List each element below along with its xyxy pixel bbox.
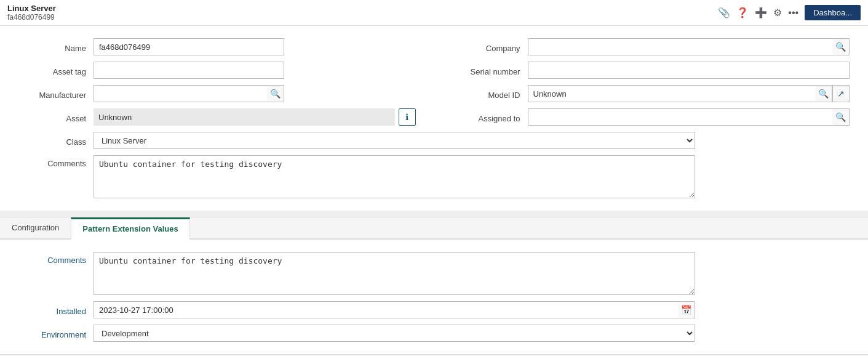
top-bar: Linux Server fa468d076499 📎 ❓ ➕ ⚙ ••• Da…: [0, 0, 868, 26]
class-select[interactable]: Linux Server Windows Server Network Devi…: [94, 132, 695, 149]
company-input[interactable]: [528, 38, 833, 55]
tab-section: Configuration Pattern Extension Values C…: [0, 217, 868, 354]
dashboard-button[interactable]: Dashboa...: [805, 5, 861, 20]
asset-group: Asset Unknown ℹ: [18, 108, 416, 126]
model-id-label: Model ID: [453, 88, 520, 100]
environment-select[interactable]: Development Production Staging Test: [94, 325, 695, 342]
tab-pattern-extension-values[interactable]: Pattern Extension Values: [71, 217, 189, 240]
serial-number-group: Serial number: [453, 62, 850, 79]
asset-tag-group: Asset tag: [18, 62, 416, 79]
form-row-6: Comments Ubuntu container for testing di…: [18, 155, 850, 198]
serial-number-input[interactable]: [528, 62, 850, 79]
company-group: Company 🔍: [453, 38, 850, 55]
help-icon[interactable]: ❓: [736, 7, 749, 18]
asset-tag-input[interactable]: [94, 62, 284, 79]
company-search-button[interactable]: 🔍: [832, 38, 850, 55]
form-row-4: Asset Unknown ℹ Assigned to 🔍: [18, 108, 850, 126]
tab-comments-label: Comments: [18, 252, 86, 265]
tab-installed-group: Installed 📅: [18, 301, 695, 318]
asset-label: Asset: [18, 111, 86, 123]
installed-calendar-button[interactable]: 📅: [678, 301, 695, 318]
comments-group: Comments Ubuntu container for testing di…: [18, 155, 695, 198]
tab-form-row-environment: Environment Development Production Stagi…: [18, 325, 850, 342]
manufacturer-search-button[interactable]: 🔍: [267, 85, 284, 102]
main-form: Name Company 🔍 Asset tag Serial number M…: [0, 26, 868, 211]
form-row-3: Manufacturer 🔍 Model ID 🔍 ↗: [18, 85, 850, 102]
tab-form-row-comments: Comments Ubuntu container for testing di…: [18, 252, 850, 295]
form-row-5: Class Linux Server Windows Server Networ…: [18, 132, 850, 149]
comments-label: Comments: [18, 155, 86, 168]
page-title: Linux Server: [7, 4, 56, 13]
tab-comments-group: Comments Ubuntu container for testing di…: [18, 252, 695, 295]
model-id-input-wrapper: 🔍 ↗: [528, 85, 850, 102]
settings-sliders-icon[interactable]: ⚙: [773, 7, 782, 18]
tab-form-row-installed: Installed 📅: [18, 301, 850, 318]
assigned-to-input[interactable]: [528, 108, 833, 126]
assigned-to-label: Assigned to: [453, 111, 520, 123]
manufacturer-label: Manufacturer: [18, 88, 86, 100]
tab-environment-group: Environment Development Production Stagi…: [18, 325, 695, 342]
name-label: Name: [18, 41, 86, 53]
tab-content-pattern-extension: Comments Ubuntu container for testing di…: [0, 240, 868, 354]
tabs-bar: Configuration Pattern Extension Values: [0, 217, 868, 240]
class-label: Class: [18, 135, 86, 147]
manufacturer-input[interactable]: [94, 85, 267, 102]
plus-icon[interactable]: ➕: [755, 7, 767, 18]
more-icon[interactable]: •••: [788, 7, 798, 18]
company-label: Company: [453, 41, 520, 53]
assigned-to-group: Assigned to 🔍: [453, 108, 850, 126]
top-bar-icons: 📎 ❓ ➕ ⚙ ••• Dashboa...: [718, 5, 861, 20]
paperclip-icon[interactable]: 📎: [718, 7, 730, 18]
installed-input[interactable]: [94, 301, 678, 318]
page-subtitle: fa468d076499: [7, 13, 56, 22]
model-id-group: Model ID 🔍 ↗: [453, 85, 850, 102]
asset-tag-label: Asset tag: [18, 65, 86, 76]
manufacturer-input-wrapper: 🔍: [94, 85, 284, 102]
tab-installed-label: Installed: [18, 304, 86, 316]
company-input-wrapper: 🔍: [528, 38, 850, 55]
model-id-input[interactable]: [528, 85, 816, 102]
model-id-search-button[interactable]: 🔍: [815, 85, 832, 102]
form-row-1: Name Company 🔍: [18, 38, 850, 55]
assigned-to-input-wrapper: 🔍: [528, 108, 850, 126]
top-bar-left: Linux Server fa468d076499: [7, 4, 56, 22]
serial-number-label: Serial number: [453, 65, 520, 76]
form-row-2: Asset tag Serial number: [18, 62, 850, 79]
name-input[interactable]: [94, 38, 284, 55]
manufacturer-group: Manufacturer 🔍: [18, 85, 416, 102]
comments-textarea[interactable]: Ubuntu container for testing discovery: [94, 155, 695, 198]
tab-configuration[interactable]: Configuration: [0, 217, 71, 238]
installed-input-wrapper: 📅: [94, 301, 695, 318]
class-group: Class Linux Server Windows Server Networ…: [18, 132, 695, 149]
tab-comments-textarea[interactable]: Ubuntu container for testing discovery: [94, 252, 695, 295]
asset-value: Unknown: [94, 108, 395, 126]
name-group: Name: [18, 38, 416, 55]
asset-info-button[interactable]: ℹ: [399, 108, 416, 126]
tab-environment-label: Environment: [18, 328, 86, 339]
model-id-extra-button[interactable]: ↗: [832, 85, 850, 102]
assigned-to-search-button[interactable]: 🔍: [832, 108, 850, 126]
